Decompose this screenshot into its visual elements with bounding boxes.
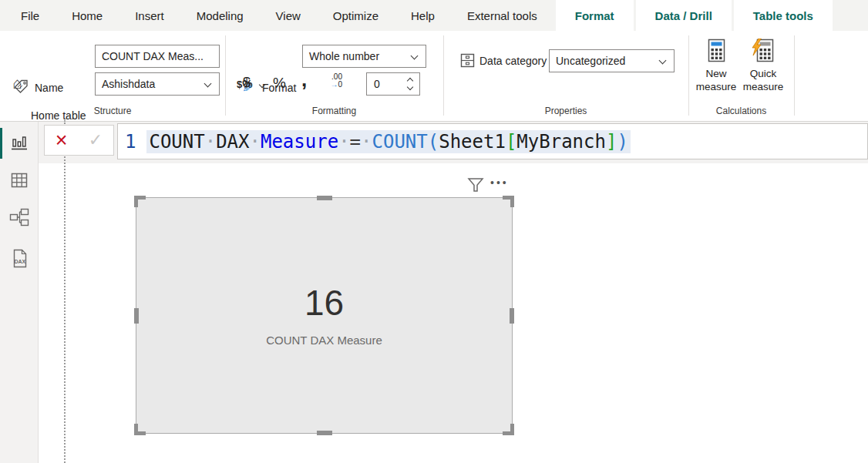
canvas-guide-line — [64, 120, 66, 463]
formula-token: · — [250, 131, 261, 153]
group-separator — [794, 35, 795, 116]
line-number: 1 — [125, 131, 136, 153]
resize-handle-top-left[interactable] — [134, 196, 146, 207]
currency-format-button[interactable]: $ — [243, 75, 251, 91]
formula-token: ( — [428, 131, 439, 153]
data-category-icon — [460, 53, 475, 68]
name-label: Name — [35, 82, 63, 94]
tab-data-drill[interactable]: Data / Drill — [636, 0, 732, 31]
decimal-places-stepper[interactable]: 0 — [366, 72, 420, 96]
format-value: Whole number — [309, 50, 379, 62]
group-label-formatting: Formatting — [225, 106, 443, 116]
group-separator — [443, 35, 444, 116]
calculator-icon — [706, 39, 727, 62]
formula-token: MyBranch — [516, 131, 606, 153]
calculator-lightning-icon — [752, 39, 775, 62]
chevron-down-icon — [411, 52, 419, 60]
data-category-value: Uncategorized — [556, 55, 625, 67]
formula-token: = — [350, 131, 361, 153]
sidebar-item-table-view[interactable] — [0, 162, 39, 199]
tab-insert[interactable]: Insert — [119, 0, 180, 31]
dax-formula-editor[interactable]: 1 COUNT·DAX·Measure·=·COUNT(Sheet1[MyBra… — [117, 123, 868, 159]
tab-home[interactable]: Home — [56, 0, 119, 31]
quick-measure-label: Quick measure — [741, 67, 786, 93]
thousands-separator-button[interactable]: , — [301, 72, 307, 86]
formula-token: COUNT — [372, 131, 427, 153]
resize-handle-bottom[interactable] — [317, 431, 332, 435]
sidebar-item-model-view[interactable] — [0, 199, 39, 236]
group-label-properties: Properties — [443, 106, 688, 116]
resize-handle-top-right[interactable] — [503, 196, 514, 207]
decimal-places-icon[interactable]: .00 →0 — [316, 73, 342, 89]
resize-handle-bottom-left[interactable] — [134, 424, 146, 435]
filter-icon[interactable] — [467, 177, 484, 193]
new-measure-label: New measure — [694, 67, 738, 93]
card-value: 16 — [304, 284, 344, 321]
formula-token: [ — [506, 131, 516, 153]
format-select[interactable]: Whole number — [302, 45, 426, 68]
measure-name-input[interactable] — [95, 45, 220, 68]
formula-token: · — [205, 131, 216, 153]
view-sidebar: DAX — [0, 122, 39, 463]
tab-help[interactable]: Help — [395, 0, 451, 31]
cancel-formula-icon[interactable]: × — [56, 130, 68, 150]
resize-handle-right[interactable] — [510, 308, 514, 324]
group-label-structure: Structure — [0, 106, 225, 116]
formula-token: COUNT — [149, 131, 204, 153]
spinner-down-icon[interactable] — [407, 84, 413, 90]
data-category-label: Data category — [479, 55, 547, 67]
formula-token: DAX — [216, 131, 249, 153]
tab-table-tools[interactable]: Table tools — [734, 0, 833, 31]
group-separator — [225, 35, 226, 116]
arrow-right-icon: → — [330, 80, 338, 89]
chevron-down-icon — [659, 57, 667, 65]
report-canvas[interactable]: ••• 16 COUNT DAX Measure — [39, 163, 868, 463]
tab-view[interactable]: View — [260, 0, 317, 31]
group-label-calculations: Calculations — [688, 106, 794, 116]
formula-buttons: × ✓ — [44, 125, 114, 156]
data-category-select[interactable]: Uncategorized — [549, 49, 675, 72]
model-view-icon — [8, 207, 30, 227]
formula-token: Sheet1 — [439, 131, 506, 153]
tab-file[interactable]: File — [5, 0, 56, 31]
ribbon-tabs: FileHomeInsertModelingViewOptimizeHelpEx… — [0, 0, 868, 31]
accept-formula-icon[interactable]: ✓ — [89, 130, 103, 150]
formula-token: ] — [606, 131, 617, 153]
quick-measure-button[interactable]: Quick measure — [741, 39, 786, 93]
decimal-places-value: 0 — [374, 78, 380, 90]
formula-token: · — [361, 131, 372, 153]
resize-handle-left[interactable] — [134, 308, 139, 324]
dax-icon-text: DAX — [15, 259, 26, 264]
sidebar-item-report-view[interactable] — [0, 125, 39, 162]
tab-format[interactable]: Format — [556, 0, 634, 31]
formula-code: COUNT·DAX·Measure·=·COUNT(Sheet1[MyBranc… — [146, 130, 630, 153]
powerbi-window: FileHomeInsertModelingViewOptimizeHelpEx… — [0, 0, 868, 463]
tab-external-tools[interactable]: External tools — [451, 0, 553, 31]
table-view-icon — [9, 170, 29, 190]
more-options-icon[interactable]: ••• — [490, 176, 509, 189]
percent-format-button[interactable]: % — [273, 75, 286, 92]
report-view-icon — [9, 133, 29, 153]
home-icon: ⌂ — [12, 75, 22, 91]
tab-modeling[interactable]: Modeling — [180, 0, 260, 31]
dax-query-view-icon: DAX — [9, 248, 29, 270]
chevron-down-icon — [204, 80, 212, 88]
ribbon: Name ⌂ Home table Ashishdata Structure $… — [0, 31, 868, 122]
decimal-bottom-text: 0 — [338, 80, 342, 89]
resize-handle-bottom-right[interactable] — [503, 424, 514, 435]
resize-handle-top[interactable] — [317, 196, 332, 200]
card-visual[interactable]: 16 COUNT DAX Measure — [136, 197, 513, 434]
formula-token: · — [338, 131, 349, 153]
formula-token: ) — [617, 131, 627, 153]
home-table-select[interactable]: Ashishdata — [95, 72, 220, 96]
new-measure-button[interactable]: New measure — [694, 39, 738, 93]
card-label: COUNT DAX Measure — [266, 334, 382, 347]
sidebar-item-dax-query-view[interactable]: DAX — [0, 240, 39, 277]
home-table-value: Ashishdata — [102, 78, 155, 90]
formula-bar: × ✓ 1 COUNT·DAX·Measure·=·COUNT(Sheet1[M… — [39, 122, 868, 163]
formula-token: Measure — [261, 131, 338, 153]
tab-optimize[interactable]: Optimize — [317, 0, 395, 31]
group-separator — [688, 35, 689, 116]
